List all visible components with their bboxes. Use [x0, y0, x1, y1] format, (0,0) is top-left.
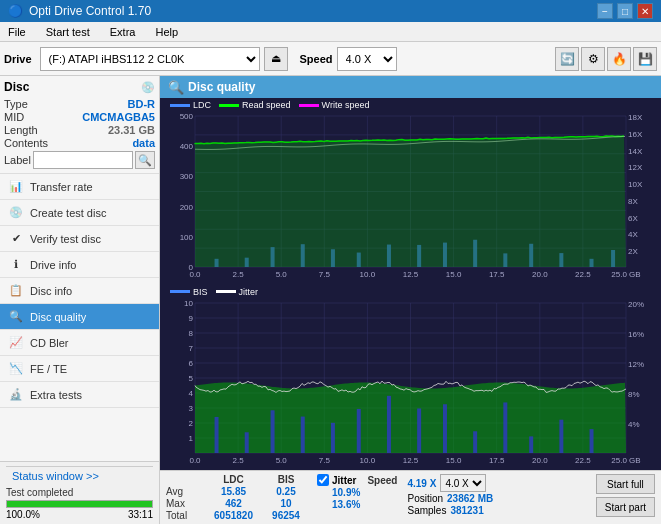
- stats-header-empty: [166, 474, 206, 485]
- burn-button[interactable]: 🔥: [607, 47, 631, 71]
- contents-value: data: [132, 137, 155, 149]
- contents-label: Contents: [4, 137, 48, 149]
- nav-transfer-rate[interactable]: 📊 Transfer rate: [0, 174, 159, 200]
- max-ldc: 462: [206, 498, 261, 509]
- bottom-chart-legend: BIS Jitter: [170, 287, 258, 297]
- disc-section: Disc 💿 Type BD-R MID CMCMAGBA5 Length 23…: [0, 76, 159, 174]
- maximize-button[interactable]: □: [617, 3, 633, 19]
- close-button[interactable]: ✕: [637, 3, 653, 19]
- menu-file[interactable]: File: [4, 24, 30, 40]
- max-label: Max: [166, 498, 206, 509]
- menu-help[interactable]: Help: [151, 24, 182, 40]
- avg-ldc: 15.85: [206, 486, 261, 497]
- main-area: Disc 💿 Type BD-R MID CMCMAGBA5 Length 23…: [0, 76, 661, 524]
- length-value: 23.31 GB: [108, 124, 155, 136]
- disc-type-row: Type BD-R: [4, 98, 155, 110]
- eject-button[interactable]: ⏏: [264, 47, 288, 71]
- speed-stat-select[interactable]: 4.0 X: [440, 474, 486, 492]
- nav-disc-quality[interactable]: 🔍 Disc quality: [0, 304, 159, 330]
- create-test-disc-icon: 💿: [8, 205, 24, 221]
- write-speed-legend-label: Write speed: [322, 100, 370, 110]
- disc-contents-row: Contents data: [4, 137, 155, 149]
- disc-title: Disc: [4, 80, 29, 94]
- progress-bar-container: [6, 500, 153, 508]
- extra-tests-icon: 🔬: [8, 387, 24, 403]
- speed-header: Speed: [367, 475, 397, 486]
- label-browse-button[interactable]: 🔍: [135, 151, 155, 169]
- max-bis: 10: [261, 498, 311, 509]
- sidebar: Disc 💿 Type BD-R MID CMCMAGBA5 Length 23…: [0, 76, 160, 524]
- top-chart-legend: LDC Read speed Write speed: [170, 100, 369, 110]
- minimize-button[interactable]: −: [597, 3, 613, 19]
- status-bottom: 100.0% 33:11: [6, 509, 153, 520]
- length-label: Length: [4, 124, 38, 136]
- nav-disc-info-label: Disc info: [30, 285, 72, 297]
- speed-value: 4.19 X: [407, 478, 436, 489]
- nav-items: 📊 Transfer rate 💿 Create test disc ✔ Ver…: [0, 174, 159, 408]
- nav-extra-tests-label: Extra tests: [30, 389, 82, 401]
- content-title: Disc quality: [188, 80, 255, 94]
- type-label: Type: [4, 98, 28, 110]
- bis-legend-label: BIS: [193, 287, 208, 297]
- disc-icon: 💿: [141, 81, 155, 94]
- menu-extra[interactable]: Extra: [106, 24, 140, 40]
- avg-jitter: 10.9%: [317, 487, 397, 498]
- samples-row: Samples 381231: [407, 505, 493, 516]
- menu-bar: File Start test Extra Help: [0, 22, 661, 42]
- total-label: Total: [166, 510, 206, 521]
- jitter-checkbox[interactable]: [317, 474, 329, 486]
- nav-fe-te-label: FE / TE: [30, 363, 67, 375]
- nav-cd-bler[interactable]: 📈 CD Bler: [0, 330, 159, 356]
- position-label: Position: [407, 493, 443, 504]
- save-button[interactable]: 💾: [633, 47, 657, 71]
- avg-label: Avg: [166, 486, 206, 497]
- content-area: 🔍 Disc quality LDC Read speed: [160, 76, 661, 524]
- action-buttons: Start full Start part: [596, 474, 655, 517]
- elapsed-time: 33:11: [128, 509, 153, 520]
- nav-verify-test-disc[interactable]: ✔ Verify test disc: [0, 226, 159, 252]
- avg-bis: 0.25: [261, 486, 311, 497]
- progress-bar: [7, 501, 152, 507]
- start-part-button[interactable]: Start part: [596, 497, 655, 517]
- nav-create-test-disc[interactable]: 💿 Create test disc: [0, 200, 159, 226]
- drive-select[interactable]: (F:) ATAPI iHBS112 2 CL0K: [40, 47, 260, 71]
- ldc-legend-label: LDC: [193, 100, 211, 110]
- stats-header-bis: BIS: [261, 474, 311, 485]
- nav-fe-te[interactable]: 📉 FE / TE: [0, 356, 159, 382]
- status-window-button[interactable]: Status window >>: [6, 466, 153, 485]
- start-full-button[interactable]: Start full: [596, 474, 655, 494]
- write-speed-legend: Write speed: [299, 100, 370, 110]
- read-speed-legend: Read speed: [219, 100, 291, 110]
- total-ldc: 6051820: [206, 510, 261, 521]
- speed-position-stats: 4.19 X 4.0 X Position 23862 MB Samples 3…: [407, 474, 493, 516]
- nav-drive-info[interactable]: ℹ Drive info: [0, 252, 159, 278]
- jitter-header: Jitter: [332, 475, 356, 486]
- speed-select[interactable]: 4.0 X 2.0 X 8.0 X: [337, 47, 397, 71]
- speed-label: Speed: [300, 53, 333, 65]
- read-speed-legend-label: Read speed: [242, 100, 291, 110]
- nav-cd-bler-label: CD Bler: [30, 337, 69, 349]
- position-row: Position 23862 MB: [407, 493, 493, 504]
- disc-mid-row: MID CMCMAGBA5: [4, 111, 155, 123]
- app-title: Opti Drive Control 1.70: [29, 4, 151, 18]
- samples-value: 381231: [450, 505, 483, 516]
- total-bis: 96254: [261, 510, 311, 521]
- refresh-button[interactable]: 🔄: [555, 47, 579, 71]
- menu-start-test[interactable]: Start test: [42, 24, 94, 40]
- settings-button[interactable]: ⚙: [581, 47, 605, 71]
- stats-table: LDC BIS Avg 15.85 0.25 Max 462 10 Total …: [166, 474, 311, 521]
- progress-percent: 100.0%: [6, 509, 40, 520]
- charts-area: LDC Read speed Write speed: [160, 98, 661, 470]
- nav-drive-info-label: Drive info: [30, 259, 76, 271]
- top-chart: LDC Read speed Write speed: [160, 98, 661, 285]
- jitter-legend: Jitter: [216, 287, 259, 297]
- transfer-rate-icon: 📊: [8, 179, 24, 195]
- drive-info-icon: ℹ: [8, 257, 24, 273]
- status-text: Test completed: [6, 487, 153, 498]
- fe-te-icon: 📉: [8, 361, 24, 377]
- nav-create-test-disc-label: Create test disc: [30, 207, 106, 219]
- nav-extra-tests[interactable]: 🔬 Extra tests: [0, 382, 159, 408]
- label-input[interactable]: [33, 151, 133, 169]
- nav-disc-quality-label: Disc quality: [30, 311, 86, 323]
- nav-disc-info[interactable]: 📋 Disc info: [0, 278, 159, 304]
